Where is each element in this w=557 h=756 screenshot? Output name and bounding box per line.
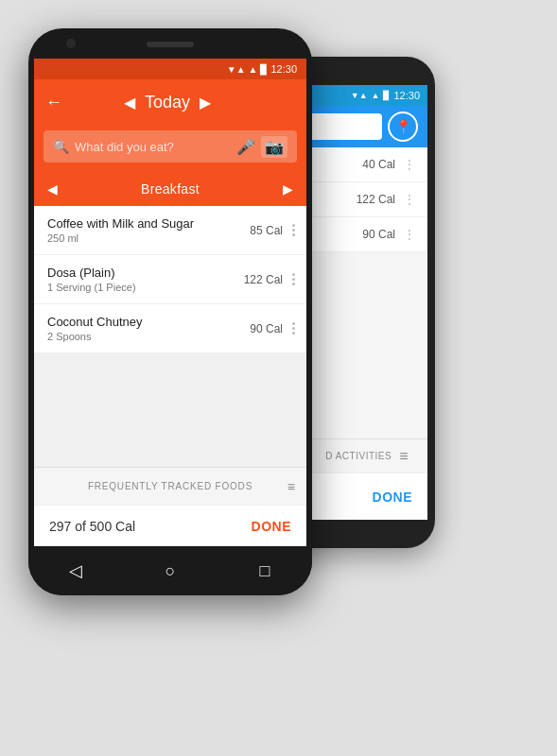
phone-back-signal-icon: ▼▲ bbox=[351, 91, 368, 100]
phone-front: ▼▲ ▲ ▉ 12:30 ← ◀ Today ▶ bbox=[28, 28, 312, 595]
tracked-foods-bar[interactable]: FREQUENTLY TRACKED FOODS ≡ bbox=[34, 467, 306, 505]
phone-back-cal-3: 90 Cal bbox=[362, 228, 395, 241]
phone-back-location-icon: 📍 bbox=[395, 119, 411, 134]
nav-recents-button[interactable]: □ bbox=[246, 552, 284, 590]
food-name-dosa: Dosa (Plain) bbox=[47, 266, 244, 280]
nav-back-button[interactable]: ◁ bbox=[57, 552, 95, 590]
phone-back-done-button[interactable]: DONE bbox=[373, 490, 412, 505]
nav-home-button[interactable]: ○ bbox=[151, 552, 189, 590]
phone-back-location-button[interactable]: 📍 bbox=[388, 112, 418, 142]
phone-back-menu-icon: ≡ bbox=[399, 448, 409, 465]
food-cal-chutney: 90 Cal bbox=[250, 322, 283, 335]
phone-back-dots-1: ⋮ bbox=[403, 157, 416, 172]
calorie-summary-label: 297 of 500 Cal bbox=[49, 519, 135, 534]
tracked-menu-icon[interactable]: ≡ bbox=[287, 479, 295, 494]
next-day-button[interactable]: ▶ bbox=[200, 94, 211, 112]
food-list: Coffee with Milk and Sugar 250 ml 85 Cal… bbox=[34, 206, 306, 353]
app-header: ← ◀ Today ▶ bbox=[34, 79, 306, 125]
phone-front-status-bar: ▼▲ ▲ ▉ 12:30 bbox=[34, 59, 306, 79]
prev-meal-button[interactable]: ◀ bbox=[47, 181, 58, 197]
tracked-foods-label: FREQUENTLY TRACKED FOODS bbox=[88, 481, 252, 491]
food-item-dosa[interactable]: Dosa (Plain) 1 Serving (1 Piece) 122 Cal bbox=[34, 255, 306, 304]
food-info-chutney: Coconut Chutney 2 Spoons bbox=[47, 315, 250, 342]
food-item-coffee[interactable]: Coffee with Milk and Sugar 250 ml 85 Cal bbox=[34, 206, 306, 255]
status-time: 12:30 bbox=[270, 63, 297, 75]
phone-front-camera bbox=[66, 39, 76, 48]
search-area: 🔍 What did you eat? 🎤 📷 bbox=[34, 125, 306, 172]
search-icon: 🔍 bbox=[53, 139, 69, 154]
food-name-coffee: Coffee with Milk and Sugar bbox=[47, 216, 250, 231]
food-cal-dosa: 122 Cal bbox=[244, 273, 283, 286]
phone-back-wifi-icon: ▲ bbox=[372, 91, 380, 100]
food-name-chutney: Coconut Chutney bbox=[47, 315, 250, 329]
phone-front-screen: ▼▲ ▲ ▉ 12:30 ← ◀ Today ▶ bbox=[34, 59, 306, 546]
search-box[interactable]: 🔍 What did you eat? 🎤 📷 bbox=[44, 130, 297, 163]
battery-icon: ▉ bbox=[260, 64, 268, 75]
food-detail-dosa: 1 Serving (1 Piece) bbox=[47, 282, 244, 293]
phone-back-activities-label: D ACTIVITIES bbox=[325, 451, 392, 461]
food-info-coffee: Coffee with Milk and Sugar 250 ml bbox=[47, 216, 250, 244]
next-meal-button[interactable]: ▶ bbox=[283, 181, 293, 197]
phone-back-cal-1: 40 Cal bbox=[362, 158, 395, 171]
current-date-label: Today bbox=[145, 93, 190, 112]
system-nav-bar: ◁ ○ □ bbox=[28, 546, 312, 595]
prev-day-button[interactable]: ◀ bbox=[124, 94, 135, 112]
done-bar: 297 of 500 Cal DONE bbox=[34, 505, 306, 546]
phone-back-time: 12:30 bbox=[393, 90, 420, 101]
food-cal-coffee: 85 Cal bbox=[250, 224, 283, 237]
signal-icon: ▼▲ bbox=[227, 64, 246, 75]
camera-icon[interactable]: 📷 bbox=[261, 136, 287, 158]
phone-back-cal-2: 122 Cal bbox=[357, 193, 395, 206]
wifi-icon: ▲ bbox=[249, 64, 258, 75]
microphone-icon[interactable]: 🎤 bbox=[236, 138, 255, 156]
phone-back-dots-2: ⋮ bbox=[403, 192, 416, 207]
more-options-chutney[interactable] bbox=[290, 322, 297, 335]
phone-back-battery-icon: ▉ bbox=[383, 91, 390, 100]
food-detail-chutney: 2 Spoons bbox=[47, 331, 250, 342]
food-detail-coffee: 250 ml bbox=[47, 232, 250, 244]
date-navigation: ◀ Today ▶ bbox=[124, 93, 211, 112]
done-button[interactable]: DONE bbox=[252, 519, 291, 534]
food-info-dosa: Dosa (Plain) 1 Serving (1 Piece) bbox=[47, 266, 244, 293]
phone-back-dots-3: ⋮ bbox=[403, 227, 416, 242]
back-arrow-icon[interactable]: ← bbox=[45, 93, 62, 112]
scene: ▼▲ ▲ ▉ 12:30 Where to? 📍 40 Cal ⋮ bbox=[0, 0, 557, 756]
more-options-coffee[interactable] bbox=[290, 224, 297, 236]
search-input[interactable]: What did you eat? bbox=[75, 140, 231, 154]
food-item-chutney[interactable]: Coconut Chutney 2 Spoons 90 Cal bbox=[34, 304, 306, 353]
more-options-dosa[interactable] bbox=[290, 273, 297, 285]
phone-front-speaker bbox=[147, 42, 194, 47]
content-spacer bbox=[34, 353, 306, 467]
meal-section-header: ◀ Breakfast ▶ bbox=[34, 172, 306, 206]
meal-title-label: Breakfast bbox=[141, 181, 200, 197]
